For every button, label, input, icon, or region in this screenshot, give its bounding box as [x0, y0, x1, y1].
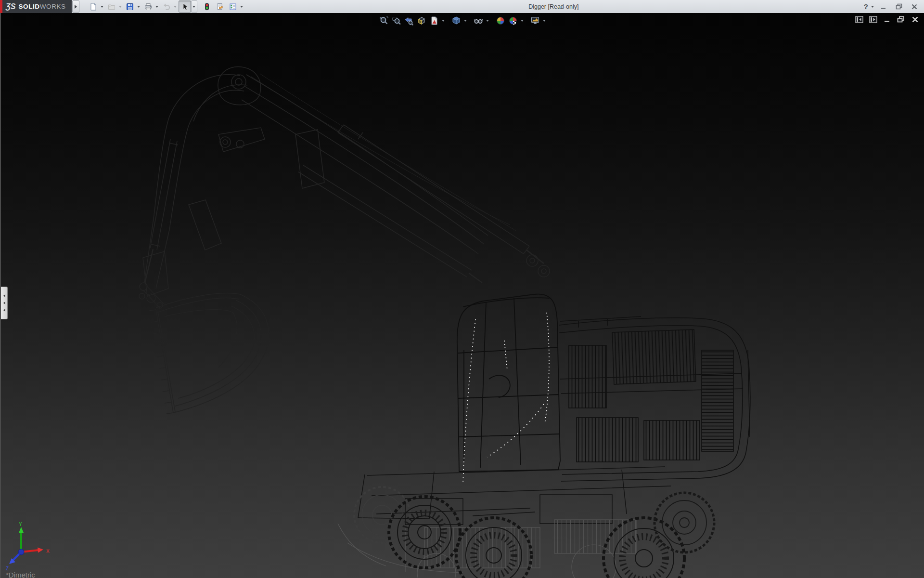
window-title: Digger [Read-only]: [245, 3, 862, 10]
appearance-ball-icon: [496, 16, 505, 26]
graphics-viewport[interactable]: X Y Z *Dimetric: [0, 13, 924, 578]
edit-appearance-button[interactable]: [495, 15, 506, 26]
show-right-pane-button[interactable]: [868, 14, 878, 24]
options-dropdown[interactable]: [239, 1, 244, 12]
eyeglasses-icon: [474, 16, 483, 26]
model-cab: [457, 294, 560, 472]
new-document-dropdown[interactable]: [100, 1, 105, 12]
help-dropdown[interactable]: [870, 1, 875, 12]
model-boom: [139, 67, 550, 299]
print-dropdown[interactable]: [154, 1, 160, 12]
doc-close-button[interactable]: [910, 14, 920, 24]
open-dropdown[interactable]: [118, 1, 123, 12]
view-orientation-label: *Dimetric: [6, 571, 35, 578]
view-settings-monitor-icon: [530, 16, 540, 26]
display-style-icon: [429, 16, 439, 26]
open-button[interactable]: [105, 0, 118, 13]
zoom-to-area-icon: [392, 16, 401, 26]
help-icon[interactable]: ?: [862, 2, 870, 11]
doc-restore-icon: [897, 16, 905, 23]
titlebar: ƷS SOLIDWORKS: [0, 0, 924, 13]
options-button[interactable]: [227, 0, 239, 13]
view-settings-button[interactable]: [529, 15, 541, 26]
show-left-pane-button[interactable]: [854, 14, 864, 24]
minimize-icon: [880, 4, 887, 10]
expand-left-arrow-icon: [3, 294, 5, 297]
previous-view-button[interactable]: [403, 15, 415, 26]
solidworks-logo-glyph: ƷS: [6, 2, 15, 11]
open-icon: [108, 3, 116, 11]
new-document-button[interactable]: [87, 0, 100, 13]
app-minimize-button[interactable]: [877, 1, 890, 12]
app-restore-button[interactable]: [892, 1, 906, 12]
zoom-to-fit-icon: [379, 16, 389, 26]
solidworks-logo-text-light: WORKS: [40, 3, 66, 10]
doc-minimize-button[interactable]: [882, 14, 892, 24]
menu-flyout-button[interactable]: [72, 0, 79, 13]
solidworks-window: ƷS SOLIDWORKS: [0, 0, 924, 578]
view-orientation-cube-icon: [451, 16, 461, 26]
model-deck: [559, 316, 750, 481]
scene-ball-icon: [508, 16, 518, 26]
save-icon: [126, 3, 134, 11]
undo-button[interactable]: [160, 0, 173, 13]
pane-right-icon: [869, 16, 877, 23]
select-tool-button[interactable]: [179, 0, 191, 13]
titlebar-right-controls: ?: [862, 1, 921, 12]
zoom-to-area-button[interactable]: [391, 15, 402, 26]
save-button[interactable]: [124, 0, 136, 13]
expand-left-arrow-icon: [3, 309, 5, 312]
apply-scene-button[interactable]: [507, 15, 519, 26]
undo-dropdown[interactable]: [173, 1, 178, 12]
options-icon: [229, 3, 237, 11]
model-highlight-edges: [463, 313, 549, 484]
flyout-arrow-icon: [75, 5, 77, 9]
undo-icon: [163, 3, 170, 11]
hide-show-items-dropdown[interactable]: [485, 15, 490, 26]
apply-scene-dropdown[interactable]: [520, 15, 525, 26]
file-properties-button[interactable]: [214, 0, 226, 13]
view-settings-dropdown[interactable]: [542, 15, 547, 26]
doc-restore-button[interactable]: [896, 14, 906, 24]
expand-left-arrow-icon: [3, 302, 5, 304]
file-properties-icon: [216, 3, 224, 11]
hide-show-items-button[interactable]: [473, 15, 484, 26]
solidworks-logo-text-bold: SOLID: [18, 3, 39, 10]
rebuild-button[interactable]: [201, 0, 213, 13]
model-bucket: [143, 288, 269, 414]
display-style-dropdown[interactable]: [441, 15, 446, 26]
triad-x-label: X: [46, 549, 50, 554]
solidworks-logo: ƷS SOLIDWORKS: [0, 0, 72, 13]
section-view-button[interactable]: [416, 15, 427, 26]
doc-minimize-icon: [884, 16, 891, 23]
select-tool-dropdown[interactable]: [191, 0, 197, 13]
display-style-button[interactable]: [428, 15, 440, 26]
model-wireframe-digger: [1, 13, 924, 578]
document-window-controls: [854, 14, 920, 24]
doc-close-icon: [911, 16, 919, 23]
select-cursor-icon: [181, 3, 189, 11]
view-orientation-button[interactable]: [450, 15, 462, 26]
pane-left-icon: [855, 16, 863, 23]
save-dropdown[interactable]: [136, 1, 141, 12]
triad-y-label: Y: [19, 522, 22, 527]
new-document-icon: [90, 3, 97, 11]
model-chassis: [358, 467, 671, 525]
restore-icon: [896, 3, 903, 10]
orientation-triad: X Y Z: [2, 522, 64, 575]
feature-manager-collapsed-tab[interactable]: [1, 287, 8, 319]
print-button[interactable]: [142, 0, 154, 13]
previous-view-icon: [404, 16, 414, 26]
section-view-icon: [417, 16, 426, 26]
print-icon: [144, 3, 152, 11]
app-close-button[interactable]: [908, 1, 921, 12]
logo-red-accent: [0, 0, 2, 13]
zoom-to-fit-button[interactable]: [378, 15, 390, 26]
close-icon: [911, 4, 918, 10]
main-toolbar: [87, 0, 245, 13]
view-orientation-dropdown[interactable]: [463, 15, 468, 26]
traffic-light-icon: [203, 3, 211, 11]
